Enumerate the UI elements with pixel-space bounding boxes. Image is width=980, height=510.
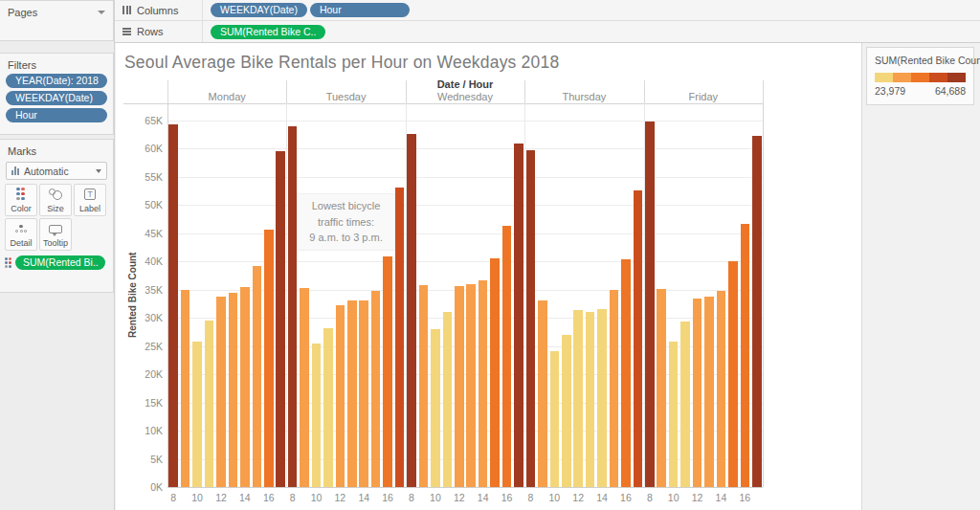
bar[interactable] <box>419 285 429 487</box>
filter-pill-weekday[interactable]: WEEKDAY(Date) <box>6 91 107 105</box>
bar[interactable] <box>312 344 322 487</box>
bar[interactable] <box>597 309 607 487</box>
bar[interactable] <box>192 342 202 487</box>
x-axis-tick-label: 16 <box>620 492 632 503</box>
bar[interactable] <box>586 312 595 487</box>
column-field-header: Date / Hour <box>437 78 494 90</box>
weekday-header[interactable]: Tuesday <box>326 91 367 102</box>
filter-pill-year[interactable]: YEAR(Date): 2018 <box>6 74 107 88</box>
bar[interactable] <box>359 300 368 487</box>
bar[interactable] <box>240 287 250 487</box>
columns-shelf[interactable]: Columns WEEKDAY(Date) Hour <box>115 0 980 21</box>
rows-shelf[interactable]: Rows SUM(Rented Bike C.. <box>115 21 980 42</box>
color-encoding-icon <box>5 257 12 269</box>
filters-card: Filters YEAR(Date): 2018 WEEKDAY(Date) H… <box>0 53 114 135</box>
bar[interactable] <box>490 258 500 487</box>
bar[interactable] <box>443 312 453 487</box>
bar-chart: Date / HourMondayTuesdayWednesdayThursda… <box>116 43 861 510</box>
bar[interactable] <box>181 290 190 487</box>
rows-pill-sum[interactable]: SUM(Rented Bike C.. <box>211 25 325 39</box>
bar[interactable] <box>383 256 392 487</box>
bar[interactable] <box>455 286 464 487</box>
bar[interactable] <box>526 150 536 487</box>
pages-card[interactable]: Pages <box>0 0 114 41</box>
bar[interactable] <box>253 266 262 487</box>
weekday-header[interactable]: Wednesday <box>437 91 493 102</box>
columns-pill-hour[interactable]: Hour <box>310 3 410 17</box>
bar[interactable] <box>704 297 714 487</box>
bar[interactable] <box>645 122 655 487</box>
marks-card: Marks Automatic Color Size <box>0 139 114 293</box>
bar[interactable] <box>300 288 309 487</box>
filter-pill-hour[interactable]: Hour <box>6 108 107 122</box>
color-ramp[interactable] <box>875 73 966 82</box>
bar[interactable] <box>168 124 178 487</box>
bar[interactable] <box>276 151 285 487</box>
rows-shelf-label: Rows <box>137 26 164 37</box>
weekday-header[interactable]: Friday <box>689 91 719 102</box>
bar[interactable] <box>407 134 416 487</box>
annotation-line: Lowest bicycle <box>312 198 381 214</box>
columns-pill-weekday[interactable]: WEEKDAY(Date) <box>211 3 307 17</box>
bar[interactable] <box>431 329 440 487</box>
mark-type-dropdown[interactable]: Automatic <box>6 162 107 180</box>
bar-chart-icon <box>11 166 19 175</box>
marks-encoding-pill[interactable]: SUM(Rented Bi.. <box>15 255 105 270</box>
bar[interactable] <box>538 300 547 487</box>
bar[interactable] <box>550 351 560 487</box>
weekday-header[interactable]: Thursday <box>562 91 606 102</box>
pane-separator <box>763 103 764 487</box>
bar[interactable] <box>693 299 702 487</box>
bar[interactable] <box>562 335 571 487</box>
bar[interactable] <box>479 280 488 487</box>
bar[interactable] <box>205 321 214 487</box>
annotation-box[interactable]: Lowest bicycletraffic times:9 a.m. to 3 … <box>297 193 395 251</box>
bar[interactable] <box>621 259 631 487</box>
bar[interactable] <box>288 126 298 487</box>
x-axis-tick-label: 12 <box>454 492 465 503</box>
weekday-header[interactable]: Monday <box>209 91 246 102</box>
bar[interactable] <box>728 261 738 487</box>
bar[interactable] <box>347 300 357 487</box>
x-axis-tick-label: 10 <box>668 492 679 503</box>
y-axis-title: Rented Bike Count <box>127 103 141 487</box>
legend-max-value: 64,688 <box>935 85 966 97</box>
color-legend-card[interactable]: SUM(Rented Bike Count) 23,979 64,688 <box>866 47 974 105</box>
bar[interactable] <box>680 322 690 487</box>
columns-icon <box>122 6 131 14</box>
bar[interactable] <box>610 290 619 487</box>
x-axis-tick-label: 12 <box>692 492 703 503</box>
columns-shelf-label: Columns <box>137 5 178 16</box>
bar[interactable] <box>573 310 583 487</box>
bar[interactable] <box>514 144 523 487</box>
bar[interactable] <box>395 188 405 487</box>
x-axis-tick-label: 10 <box>191 492 203 503</box>
bar[interactable] <box>634 190 643 487</box>
label-button[interactable]: T Label <box>74 184 106 216</box>
x-axis-tick-label: 16 <box>739 492 750 503</box>
detail-button[interactable]: Detail <box>5 218 37 251</box>
size-button[interactable]: Size <box>39 184 72 216</box>
bar[interactable] <box>752 136 762 487</box>
color-button-label: Color <box>11 204 32 213</box>
color-button[interactable]: Color <box>5 184 37 216</box>
bar[interactable] <box>502 226 512 487</box>
shelves: Columns WEEKDAY(Date) Hour Rows SUM(Rent… <box>115 0 980 43</box>
tooltip-button[interactable]: Tooltip <box>39 218 72 251</box>
bar[interactable] <box>371 291 381 487</box>
text-label-icon: T <box>75 185 105 204</box>
bar[interactable] <box>323 328 333 487</box>
bar[interactable] <box>264 230 274 487</box>
bar[interactable] <box>336 305 345 487</box>
bar[interactable] <box>229 293 238 487</box>
bar[interactable] <box>466 284 476 487</box>
bar[interactable] <box>717 291 726 487</box>
bar[interactable] <box>657 289 666 487</box>
gridline <box>167 177 763 178</box>
bar[interactable] <box>669 342 679 487</box>
chevron-down-icon[interactable] <box>98 11 105 14</box>
detail-dots-icon <box>6 219 36 238</box>
bar[interactable] <box>741 224 750 487</box>
gridline <box>167 205 763 206</box>
bar[interactable] <box>216 297 226 487</box>
